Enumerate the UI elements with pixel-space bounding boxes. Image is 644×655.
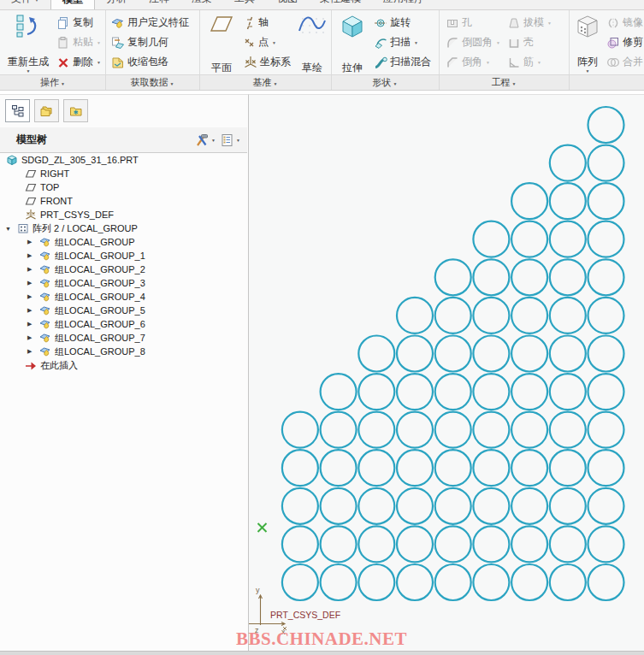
section-engineering[interactable]: 工程▼ xyxy=(439,75,570,90)
favorites-tab[interactable] xyxy=(63,99,88,122)
tree-settings-caret-icon[interactable]: ▼ xyxy=(236,138,240,143)
tree-tools-caret-icon[interactable]: ▼ xyxy=(211,138,216,143)
ribbon-tab-8[interactable]: 柔性建模 xyxy=(309,0,372,9)
pattern-circle[interactable] xyxy=(588,259,624,295)
pattern-circle[interactable] xyxy=(588,488,624,524)
pattern-circle[interactable] xyxy=(550,259,586,295)
ribbon-tab-7[interactable]: 视图 xyxy=(266,0,309,9)
expand-arrow-icon[interactable]: ▶ xyxy=(27,348,38,355)
pattern-circle[interactable] xyxy=(473,450,509,486)
paste-caret-icon[interactable]: ▼ xyxy=(97,40,101,45)
pattern-circle[interactable] xyxy=(511,564,547,600)
pattern-circle[interactable] xyxy=(397,488,433,524)
pattern-circle[interactable] xyxy=(397,374,433,410)
pattern-circle[interactable] xyxy=(321,450,357,486)
tree-item-top[interactable]: TOP xyxy=(0,180,247,194)
pattern-circle[interactable] xyxy=(435,526,471,562)
merge-button[interactable]: 合并 xyxy=(606,52,643,72)
pattern-circle[interactable] xyxy=(435,488,471,524)
pattern-circle[interactable] xyxy=(358,336,394,372)
expand-arrow-icon[interactable]: ▶ xyxy=(27,252,38,259)
pattern-circle[interactable] xyxy=(435,374,471,410)
pattern-circle[interactable] xyxy=(473,374,509,410)
round-caret-icon[interactable]: ▼ xyxy=(496,40,500,45)
pattern-circle[interactable] xyxy=(397,564,433,600)
extrude-button[interactable]: 拉伸 xyxy=(334,12,370,74)
rib-caret-icon[interactable]: ▼ xyxy=(537,60,541,65)
regenerate-button[interactable]: 重新生成 ▼ xyxy=(2,12,55,74)
tree-item--local_group_3[interactable]: ▶组LOCAL_GROUP_3 xyxy=(0,276,247,290)
pattern-circle[interactable] xyxy=(473,526,509,562)
round-button[interactable]: 倒圆角 ▼ xyxy=(446,32,500,52)
ribbon-tab-4[interactable]: 注释 xyxy=(138,0,180,9)
pattern-circle[interactable] xyxy=(588,183,624,219)
pattern-caret-icon[interactable]: ▼ xyxy=(586,68,590,74)
pattern-circle[interactable] xyxy=(321,564,357,600)
pattern-circle[interactable] xyxy=(397,526,433,562)
pattern-circle[interactable] xyxy=(550,564,586,600)
delete-button[interactable]: 删除 ▼ xyxy=(56,52,101,72)
folder-browser-tab[interactable] xyxy=(34,99,59,122)
pattern-circle[interactable] xyxy=(511,259,547,295)
draft-button[interactable]: 拔模 ▼ xyxy=(507,13,552,32)
selection-cross-icon[interactable] xyxy=(258,523,267,532)
model-tree-tab[interactable] xyxy=(5,99,30,122)
pattern-circle[interactable] xyxy=(358,564,394,600)
pattern-circle[interactable] xyxy=(588,298,624,333)
copy-geometry-button[interactable]: 复制几何 xyxy=(111,32,189,52)
pattern-circle[interactable] xyxy=(511,450,547,486)
pattern-circle[interactable] xyxy=(588,374,624,410)
shell-button[interactable]: 壳 xyxy=(507,32,552,52)
rib-button[interactable]: 筋 ▼ xyxy=(507,52,552,72)
pattern-circle[interactable] xyxy=(282,412,318,448)
pattern-circle[interactable] xyxy=(473,298,509,333)
tree-item--local_group_5[interactable]: ▶组LOCAL_GROUP_5 xyxy=(0,304,247,317)
ribbon-tab-1[interactable]: 文件▼ xyxy=(0,0,50,9)
pattern-circle[interactable] xyxy=(511,336,547,372)
pattern-circle[interactable] xyxy=(358,450,394,486)
pattern-circle[interactable] xyxy=(473,564,509,600)
tree-tools-button[interactable]: ▼ xyxy=(192,133,217,148)
pattern-circle[interactable] xyxy=(321,412,357,448)
tree-item--local_group_8[interactable]: ▶组LOCAL_GROUP_8 xyxy=(0,345,247,358)
expand-arrow-icon[interactable]: ▶ xyxy=(27,334,38,341)
copy-button[interactable]: 复制 xyxy=(56,13,101,32)
pattern-circle[interactable] xyxy=(588,221,624,257)
chamfer-caret-icon[interactable]: ▼ xyxy=(486,60,490,65)
pattern-circle[interactable] xyxy=(435,336,471,372)
pattern-circle[interactable] xyxy=(588,450,624,486)
pattern-circle[interactable] xyxy=(511,298,547,333)
expand-arrow-icon[interactable]: ▶ xyxy=(27,280,38,286)
pattern-circle[interactable] xyxy=(397,298,433,333)
pattern-circle[interactable] xyxy=(588,526,624,562)
pattern-circle[interactable] xyxy=(358,374,394,410)
pattern-circle[interactable] xyxy=(473,412,509,448)
tree-item-right[interactable]: RIGHT xyxy=(0,167,247,180)
pattern-circle[interactable] xyxy=(321,374,357,410)
section-datum[interactable]: 基准▼ xyxy=(199,75,332,90)
tree-item--local_group_4[interactable]: ▶组LOCAL_GROUP_4 xyxy=(0,290,247,304)
pattern-circle[interactable] xyxy=(511,221,547,257)
tree-item--local_group[interactable]: ▶组LOCAL_GROUP xyxy=(0,235,247,249)
paste-button[interactable]: 粘贴 ▼ xyxy=(56,32,101,52)
pattern-circle[interactable] xyxy=(435,298,471,333)
pattern-circle[interactable] xyxy=(588,412,624,448)
ribbon-tab-3[interactable]: 分析 xyxy=(95,0,138,9)
ribbon-tab-2[interactable]: 模型 xyxy=(50,0,95,10)
pattern-circle[interactable] xyxy=(435,412,471,448)
tree-item-front[interactable]: FRONT xyxy=(0,194,247,208)
point-caret-icon[interactable]: ▼ xyxy=(272,40,276,45)
pattern-circle[interactable] xyxy=(511,183,547,219)
pattern-circle[interactable] xyxy=(321,526,357,562)
collapse-arrow-icon[interactable]: ▼ xyxy=(5,226,16,232)
tree-item-sdgd_zl_305_31_16-prt[interactable]: SDGD_ZL_305_31_16.PRT xyxy=(0,153,247,167)
tree-item--[interactable]: 在此插入 xyxy=(0,358,247,372)
expand-arrow-icon[interactable]: ▶ xyxy=(27,239,38,245)
expand-arrow-icon[interactable]: ▶ xyxy=(27,321,38,328)
regenerate-caret-icon[interactable]: ▼ xyxy=(27,68,31,74)
pattern-circle[interactable] xyxy=(397,412,433,448)
pattern-circle[interactable] xyxy=(473,221,509,257)
pattern-circle[interactable] xyxy=(550,298,586,333)
pattern-circle[interactable] xyxy=(358,488,394,524)
pattern-circle[interactable] xyxy=(550,488,586,524)
